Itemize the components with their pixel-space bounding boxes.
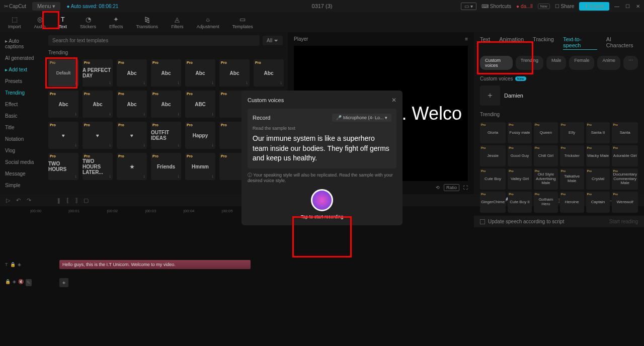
sidebar-item[interactable]: ▸ Add text xyxy=(0,64,43,75)
close-button[interactable]: ✕ xyxy=(636,4,640,9)
track-lock-icon[interactable]: 🔒 xyxy=(10,262,16,267)
voice-tile[interactable]: ProGood Guy xyxy=(508,145,532,166)
tab-effects[interactable]: ✦Effects xyxy=(107,15,125,30)
property-tab[interactable]: Tracking xyxy=(533,36,554,50)
template-tile[interactable]: Pro♥↓ xyxy=(83,122,113,149)
template-tile[interactable]: ProAbc↓ xyxy=(83,91,113,118)
tab-stickers[interactable]: ◔Stickers xyxy=(78,15,98,30)
tab-import[interactable]: ⬚Import xyxy=(6,15,23,30)
update-checkbox[interactable] xyxy=(480,219,485,224)
sidebar-item[interactable]: Message xyxy=(0,168,43,180)
export-button[interactable]: ⬆ Export xyxy=(579,2,609,11)
voice-tile[interactable]: ProTrickster xyxy=(560,145,584,166)
voice-tile[interactable]: ProFussy male xyxy=(508,122,532,143)
template-tile[interactable]: ProAbc↓ xyxy=(117,59,147,86)
scale-icon[interactable]: ⟲ xyxy=(436,185,440,190)
tab-filters[interactable]: ◬Filters xyxy=(169,15,186,30)
template-tile[interactable]: Pro♥↓ xyxy=(117,122,147,149)
tab-templates[interactable]: ▭Templates xyxy=(230,15,255,30)
minimize-button[interactable]: — xyxy=(614,4,619,9)
sidebar-item[interactable]: Social media xyxy=(0,156,43,168)
voice-tile[interactable]: ProGloria xyxy=(480,122,506,143)
template-tile[interactable]: ProAbc↓ xyxy=(151,59,181,86)
template-tile[interactable]: ProAbc↓ xyxy=(254,59,284,86)
property-tab[interactable]: AI Characters xyxy=(606,36,638,50)
start-reading-button[interactable]: Start reading xyxy=(609,219,638,224)
track-text-icon[interactable]: T xyxy=(5,262,8,267)
add-voice-button[interactable]: + xyxy=(480,85,500,106)
redo-icon[interactable]: ↷ xyxy=(27,197,31,204)
sidebar-item[interactable]: Title xyxy=(0,122,43,133)
sidebar-item[interactable]: AI generated xyxy=(0,52,43,64)
mic-select[interactable]: 🎤 Microphone (4- Lo... ▾ xyxy=(332,114,391,122)
voice-tile[interactable]: ProCrystal xyxy=(586,168,610,190)
maximize-button[interactable]: ☐ xyxy=(625,4,630,9)
voice-category[interactable]: Female xyxy=(569,56,594,70)
add-clip-button[interactable]: + xyxy=(59,278,68,287)
voice-category[interactable]: Anime xyxy=(597,56,620,70)
property-tab[interactable]: Animation xyxy=(499,36,524,50)
tab-adjustment[interactable]: ☼Adjustment xyxy=(195,15,221,30)
track-edit-icon[interactable]: ✎ xyxy=(26,279,32,286)
sidebar-item[interactable]: Basic xyxy=(0,110,43,122)
template-tile[interactable]: ProAbc↓ xyxy=(117,91,147,118)
voice-tile[interactable]: ProGotham Hero xyxy=(534,192,558,213)
sidebar-item[interactable]: ▸ Auto captions xyxy=(0,35,43,52)
template-tile[interactable]: ProDefault↓ xyxy=(48,59,78,86)
template-tile[interactable]: ProAbc↓ xyxy=(219,59,250,86)
template-tile[interactable]: ProAbc↓ xyxy=(185,59,215,86)
template-tile[interactable]: ProABC↓ xyxy=(185,91,215,118)
sidebar-item[interactable]: Trending xyxy=(0,87,43,99)
search-input[interactable] xyxy=(48,35,260,46)
voice-tile[interactable]: ProQueen xyxy=(534,122,558,143)
ratio-button[interactable]: Ratio xyxy=(444,184,459,191)
modal-close-icon[interactable]: ✕ xyxy=(391,97,396,104)
template-tile[interactable]: ProAbc↓ xyxy=(151,91,181,118)
voice-tile[interactable]: ProJessie xyxy=(480,145,506,166)
voice-tile[interactable]: ProDocumentary Commentary Male xyxy=(612,168,638,190)
voice-tile[interactable]: ProValley Girl xyxy=(508,168,532,190)
property-tab[interactable]: Text xyxy=(480,36,490,50)
text-clip[interactable]: Hello guys, this is the I.T Unicorn. Wel… xyxy=(59,260,251,269)
template-tile[interactable]: ProFriends↓ xyxy=(151,153,181,180)
template-tile[interactable]: ProHmmm↓ xyxy=(185,153,215,180)
sidebar-item[interactable]: Notation xyxy=(0,133,43,145)
voice-category[interactable]: Custom voices xyxy=(480,56,513,70)
voice-category-more[interactable]: ⋯ xyxy=(623,56,638,70)
track-visible-icon[interactable]: ◈ xyxy=(18,262,21,267)
delete-icon[interactable]: ▢ xyxy=(84,197,89,204)
property-tab[interactable]: Text-to-speech xyxy=(563,36,597,50)
template-tile[interactable]: ProA PERFECT DAY↓ xyxy=(83,59,113,86)
voice-tile[interactable]: ProHeroine xyxy=(560,192,584,213)
template-tile[interactable]: ProOUTFIT IDEAS↓ xyxy=(151,122,181,149)
player-menu-icon[interactable]: ≡ xyxy=(465,36,468,42)
voice-category[interactable]: Trending xyxy=(516,56,543,70)
voice-tile[interactable]: ProElfy xyxy=(560,122,584,143)
user-badge[interactable]: ● da...ll xyxy=(516,4,533,9)
undo-icon[interactable]: ↶ xyxy=(16,197,21,204)
trim-right-icon[interactable]: ⟧ xyxy=(75,197,77,204)
split-icon[interactable]: ‖ xyxy=(57,197,60,204)
voice-tile[interactable]: ProCaptain xyxy=(586,192,610,213)
menu-button[interactable]: Menu ▾ xyxy=(32,2,61,11)
fullscreen-icon[interactable]: ⛶ xyxy=(463,185,468,190)
voice-tile[interactable]: ProAdorable Girl xyxy=(612,145,638,166)
voice-tile[interactable]: ProTalkative Male xyxy=(560,168,584,190)
voice-tile[interactable]: ProSanta II xyxy=(586,122,610,143)
voice-tile[interactable]: ProWerewolf xyxy=(612,192,638,213)
track-mute-icon[interactable]: 🔇 xyxy=(18,279,24,286)
voice-tile[interactable]: ProCute Boy xyxy=(480,168,506,190)
pointer-tool-icon[interactable]: ▷ xyxy=(6,197,10,204)
voice-tile[interactable]: ProChill Girl xyxy=(534,145,558,166)
tab-text[interactable]: TText xyxy=(57,15,69,30)
track-visible2-icon[interactable]: ◈ xyxy=(13,279,16,286)
template-tile[interactable]: Pro★↓ xyxy=(117,153,147,180)
voice-tile[interactable]: ProWacky Male xyxy=(586,145,610,166)
sidebar-item[interactable]: Effect xyxy=(0,99,43,110)
voice-tile[interactable]: ProCute Boy II xyxy=(508,192,532,213)
trim-left-icon[interactable]: ⟦ xyxy=(66,197,69,204)
track-lock2-icon[interactable]: 🔒 xyxy=(5,279,11,286)
tab-audio[interactable]: ◎Audio xyxy=(32,15,48,30)
voice-category[interactable]: Male xyxy=(546,56,567,70)
record-button[interactable] xyxy=(311,189,333,211)
